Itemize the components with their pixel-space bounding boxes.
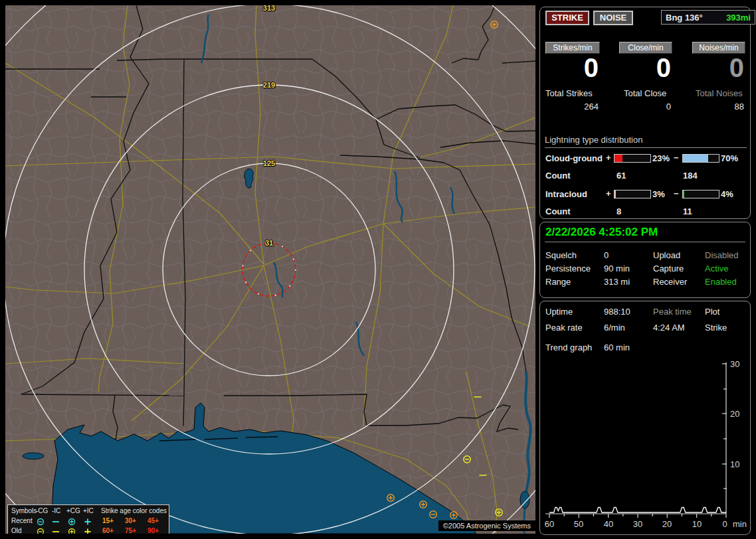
ring-label-125: 125: [254, 159, 284, 167]
legend-age-header: Strike age color codes: [101, 507, 167, 514]
plus-circle-icon: [68, 518, 76, 526]
plus-sign: +: [606, 189, 611, 198]
noises-per-min-value: 0: [692, 55, 744, 80]
strike-toggle-button[interactable]: STRIKE: [545, 11, 589, 25]
trend-data-line: [549, 508, 726, 513]
peak-time-value: 4:24 AM: [653, 323, 685, 333]
y-tick-30: 30: [730, 359, 739, 369]
persistence-label: Persistence: [545, 264, 591, 273]
noise-toggle-button[interactable]: NOISE: [593, 11, 633, 25]
plus-sign: +: [606, 153, 611, 163]
datetime-display: 2/22/2026 4:25:02 PM: [545, 226, 658, 239]
close-per-min-button[interactable]: Close/min: [619, 42, 672, 54]
strikes-per-min-value: 0: [545, 55, 599, 80]
count-label: Count: [545, 206, 571, 216]
legend-row-old-label: Old: [11, 527, 22, 534]
minus-sign: −: [674, 189, 679, 198]
total-noises-value: 88: [692, 102, 744, 112]
peak-time-label: Peak time: [653, 307, 692, 317]
bearing-value: Bng 136°: [666, 13, 703, 23]
cloud-ground-label: Cloud-ground: [545, 153, 603, 163]
ic-positive-count: 8: [616, 206, 621, 216]
ic-positive-percent: 3%: [652, 189, 665, 199]
cg-negative-count: 184: [683, 171, 698, 181]
distribution-header: Lightning type distribution: [545, 135, 747, 148]
plus-icon: [84, 528, 92, 534]
plus-circle-icon: [68, 528, 76, 534]
plot-mode-value: Strike: [705, 323, 727, 333]
total-noises-label: Total Noises: [696, 88, 743, 98]
trend-graph-window: 60 min: [604, 343, 630, 352]
x-tick-40: 40: [604, 519, 613, 529]
receiver-label: Receiver: [653, 277, 687, 287]
legend-row-recent-label: Recent: [11, 517, 33, 524]
capture-label: Capture: [653, 264, 684, 273]
plot-label: Plot: [705, 307, 719, 317]
bearing-distance: 393mi: [726, 13, 751, 23]
range-value: 313 mi: [604, 277, 630, 287]
legend-col-neg-cg: -CG: [36, 507, 48, 514]
map-legend: Symbols -CG -IC +CG +IC Strike age color…: [7, 504, 169, 534]
ic-negative-percent: 4%: [721, 189, 733, 199]
divider: [545, 242, 745, 242]
cg-negative-percent: 70%: [721, 153, 738, 163]
age-code-45: 45+: [147, 517, 159, 524]
status-settings-panel: 2/22/2026 4:25:02 PM Squelch 0 Upload Di…: [539, 222, 751, 298]
cg-negative-bar: [682, 154, 719, 163]
receiver-status: Enabled: [705, 277, 737, 287]
intracloud-label: Intracloud: [545, 189, 587, 199]
persistence-value: 90 min: [604, 264, 630, 273]
capture-status: Active: [705, 264, 728, 273]
cg-positive-count: 61: [616, 171, 626, 181]
trend-graph-label: Trend graph: [545, 343, 592, 352]
ring-label-313: 313: [254, 5, 284, 12]
copyright-notice: ©2005 Astrogenic Systems: [438, 520, 535, 531]
legend-col-pos-cg: +CG: [66, 507, 80, 514]
trend-graph: 30 20 10 60 50 40 30 20 10 0 min: [540, 354, 750, 534]
ic-negative-count: 11: [683, 206, 692, 216]
minus-icon: [52, 528, 60, 534]
minus-circle-icon: [37, 528, 45, 534]
nexstorm-app: { "map": { "ring_labels": ["313", "219",…: [0, 0, 756, 539]
range-label: Range: [545, 277, 571, 287]
age-code-30: 30+: [125, 517, 136, 524]
total-close-label: Total Close: [624, 88, 666, 98]
close-per-min-value: 0: [619, 55, 671, 80]
ic-positive-bar: [614, 190, 651, 198]
uptime-value: 988:10: [604, 307, 630, 317]
y-tick-10: 10: [730, 459, 739, 469]
ring-label-31: 31: [254, 239, 284, 247]
noises-per-min-button[interactable]: Noises/min: [692, 42, 745, 54]
age-code-15: 15+: [102, 517, 114, 524]
total-strikes-value: 264: [545, 102, 599, 112]
age-code-75: 75+: [125, 527, 136, 534]
x-tick-0: 0: [722, 519, 727, 529]
x-axis-unit: min: [733, 519, 747, 529]
x-tick-20: 20: [662, 519, 672, 529]
count-label: Count: [545, 171, 571, 181]
peak-rate-label: Peak rate: [545, 323, 583, 333]
upload-label: Upload: [653, 250, 680, 260]
lightning-map[interactable]: 313 219 125 31 Symbols -CG -IC +CG +IC S…: [5, 5, 535, 534]
age-code-60: 60+: [102, 527, 114, 534]
uptime-label: Uptime: [545, 307, 573, 317]
uptime-trend-panel: Uptime 988:10 Peak time Plot Peak rate 6…: [539, 301, 751, 535]
ic-negative-bar: [682, 190, 719, 198]
minus-sign: −: [674, 153, 679, 163]
cg-positive-percent: 23%: [652, 153, 670, 163]
strikes-per-min-button[interactable]: Strikes/min: [545, 42, 600, 54]
peak-rate-value: 6/min: [604, 323, 625, 333]
cg-positive-bar: [614, 154, 651, 163]
legend-col-neg-ic: -IC: [52, 507, 60, 514]
age-code-90: 90+: [147, 527, 159, 534]
y-tick-20: 20: [730, 409, 739, 419]
total-strikes-label: Total Strikes: [545, 88, 593, 98]
squelch-value: 0: [604, 250, 609, 260]
x-tick-10: 10: [692, 519, 702, 529]
minus-circle-icon: [37, 518, 45, 526]
x-tick-30: 30: [633, 519, 642, 529]
legend-col-pos-ic: +IC: [83, 507, 94, 514]
strike-counters-panel: STRIKE NOISE Bng 136° 393mi Strikes/min …: [539, 7, 751, 219]
ring-label-219: 219: [254, 81, 284, 89]
minus-icon: [52, 518, 60, 526]
